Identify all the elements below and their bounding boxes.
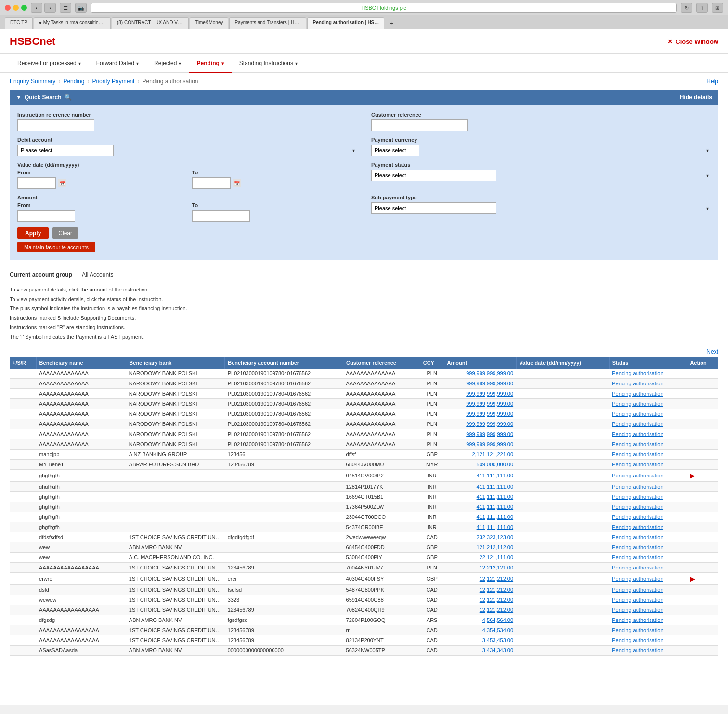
status-cell[interactable]: Pending authorisation [609,615,687,625]
amount-from-input[interactable] [17,210,75,222]
amount-cell[interactable]: 2,121,121,221.00 [444,449,516,459]
quick-search-header[interactable]: ▼ Quick Search 🔍 Hide details [10,90,718,105]
payment-status-select[interactable]: Please select [371,170,496,181]
nav-forward-dated[interactable]: Forward Dated ▾ [89,54,146,73]
status-cell[interactable]: Pending authorisation [609,378,687,388]
amount-cell[interactable]: 411,111,111.00 [444,491,516,502]
amount-cell[interactable]: 999,999,999,999.00 [444,398,516,409]
amount-cell[interactable]: 12,121,212.00 [444,595,516,605]
maintain-accounts-button[interactable]: Maintain favourite accounts [17,242,95,252]
status-cell[interactable]: Pending authorisation [609,572,687,584]
status-cell[interactable]: Pending authorisation [609,502,687,512]
status-cell[interactable]: Pending authorisation [609,449,687,459]
amount-cell[interactable]: 999,999,999,999.00 [444,388,516,398]
amount-cell[interactable]: 411,111,111.00 [444,469,516,481]
clear-button[interactable]: Clear [52,227,78,239]
status-cell[interactable]: Pending authorisation [609,635,687,645]
status-cell[interactable]: Pending authorisation [609,512,687,522]
camera-button[interactable]: 📷 [75,3,87,13]
calendar-to-icon[interactable]: 📅 [233,179,241,187]
forward-button[interactable]: › [44,3,56,13]
status-cell[interactable]: Pending authorisation [609,469,687,481]
amount-cell[interactable]: 12,121,212.00 [444,572,516,584]
close-dot[interactable] [5,5,11,11]
amount-cell[interactable]: 999,999,999,999.00 [444,419,516,429]
nav-received-processed[interactable]: Received or processed ▾ [10,54,89,73]
minimize-dot[interactable] [13,5,19,11]
amount-cell[interactable]: 12,121,212.00 [444,584,516,595]
amount-cell[interactable]: 22,121,111.00 [444,552,516,562]
qs-hide-label[interactable]: Hide details [680,94,712,101]
refresh-button[interactable]: ↻ [681,3,692,13]
amount-cell[interactable]: 411,111,111.00 [444,481,516,491]
tab-contract[interactable]: (8) CONTRACT - UX AND VISUAL... [112,17,189,29]
url-bar[interactable]: HSBC Holdings plc [91,3,677,13]
apply-button[interactable]: Apply [17,227,49,239]
sub-payment-select[interactable]: Please select [371,202,496,214]
status-cell[interactable]: Pending authorisation [609,584,687,595]
status-cell[interactable]: Pending authorisation [609,459,687,469]
amount-cell[interactable]: 509,000,000.00 [444,459,516,469]
amount-cell[interactable]: 999,999,999,999.00 [444,409,516,419]
status-cell[interactable]: Pending authorisation [609,481,687,491]
breadcrumb-pending[interactable]: Pending [63,78,84,85]
tab-dtctp[interactable]: DTC TP [5,17,33,29]
amount-cell[interactable]: 121,212,112.00 [444,542,516,552]
date-to-input[interactable] [192,177,231,189]
status-cell[interactable]: Pending authorisation [609,532,687,542]
nav-rejected[interactable]: Rejected ▾ [146,54,189,73]
payment-currency-select[interactable]: Please select [371,145,419,156]
status-cell[interactable]: Pending authorisation [609,625,687,635]
status-cell[interactable]: Pending authorisation [609,522,687,532]
amount-cell[interactable]: 999,999,999,999.00 [444,369,516,379]
amount-cell[interactable]: 411,111,111.00 [444,522,516,532]
reader-button[interactable]: ☰ [60,3,71,13]
status-cell[interactable]: Pending authorisation [609,491,687,502]
amount-cell[interactable]: 999,999,999,999.00 [444,439,516,449]
nav-standing-instructions[interactable]: Standing Instructions ▾ [232,54,305,73]
debit-account-select[interactable]: Please select [17,145,114,156]
status-cell[interactable]: Pending authorisation [609,645,687,655]
next-link[interactable]: Next [706,348,718,355]
share-button[interactable]: ⬆ [696,3,708,13]
status-cell[interactable]: Pending authorisation [609,595,687,605]
add-tab-button[interactable]: + [385,17,397,29]
close-window-button[interactable]: ✕ Close Window [667,38,718,45]
tab-pending[interactable]: Pending authorisation | HSBCnet [307,17,384,29]
status-cell[interactable]: Pending authorisation [609,439,687,449]
status-cell[interactable]: Pending authorisation [609,542,687,552]
status-cell[interactable]: Pending authorisation [609,429,687,439]
amount-cell[interactable]: 232,323,123.00 [444,532,516,542]
amount-cell[interactable]: 411,111,111.00 [444,512,516,522]
status-cell[interactable]: Pending authorisation [609,409,687,419]
tab-timemoney[interactable]: Time&Money [190,17,229,29]
amount-cell[interactable]: 12,121,212.00 [444,605,516,615]
status-cell[interactable]: Pending authorisation [609,369,687,379]
action-cell[interactable]: ▶ [687,469,718,481]
status-cell[interactable]: Pending authorisation [609,398,687,409]
tab-mytasks[interactable]: ● My Tasks in rma-consulting.com... [34,17,111,29]
instruction-ref-input[interactable] [17,119,94,131]
customer-ref-input[interactable] [371,119,468,131]
amount-cell[interactable]: 999,999,999,999.00 [444,429,516,439]
date-from-input[interactable] [17,177,56,189]
maximize-dot[interactable] [21,5,27,11]
amount-cell[interactable]: 999,999,999,999.00 [444,378,516,388]
amount-cell[interactable]: 3,453,453.00 [444,635,516,645]
tab-payments[interactable]: Payments and Transfers | HSBCnet [229,17,306,29]
amount-to-input[interactable] [192,210,250,222]
action-cell[interactable]: ▶ [687,572,718,584]
breadcrumb-enquiry[interactable]: Enquiry Summary [10,78,55,85]
status-cell[interactable]: Pending authorisation [609,388,687,398]
status-cell[interactable]: Pending authorisation [609,552,687,562]
amount-cell[interactable]: 4,564,564.00 [444,615,516,625]
amount-cell[interactable]: 3,434,343.00 [444,645,516,655]
status-cell[interactable]: Pending authorisation [609,419,687,429]
amount-cell[interactable]: 411,111,111.00 [444,502,516,512]
amount-cell[interactable]: 4,354,534.00 [444,625,516,635]
back-button[interactable]: ‹ [31,3,42,13]
nav-pending[interactable]: Pending ▾ [189,54,231,73]
amount-cell[interactable]: 12,212,121.00 [444,562,516,572]
tabs-button[interactable]: ⊞ [712,3,723,13]
calendar-from-icon[interactable]: 📅 [58,179,66,187]
